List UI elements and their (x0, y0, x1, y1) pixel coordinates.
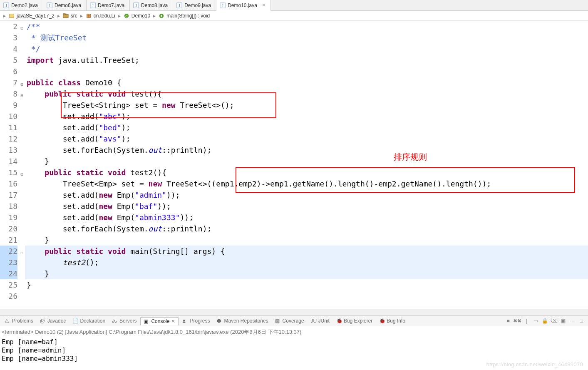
code-area[interactable]: /** * 测试TreeSet */import java.util.TreeS… (25, 21, 588, 309)
console-line: Emp [name=admin] (2, 346, 586, 355)
code-line[interactable]: public static void main(String[] args) { (25, 246, 588, 257)
code-line[interactable]: } (25, 156, 588, 167)
code-line[interactable]: set.forEach(System.out::println); (25, 223, 588, 234)
code-editor[interactable]: 2345678910111213141516171819202122232425… (0, 21, 588, 309)
tab-demo6[interactable]: JDemo6.java (43, 0, 87, 10)
open-console-icon[interactable]: ▣ (560, 318, 566, 324)
remove-all-icon[interactable]: ✖✖ (514, 318, 521, 324)
code-line[interactable] (25, 291, 588, 302)
display-icon[interactable]: ▭ (532, 318, 539, 324)
line-number: 2 (0, 21, 17, 32)
tab-demo9[interactable]: JDemo9.java (173, 0, 216, 10)
bug-explorer-icon: 🐞 (336, 318, 342, 324)
view-tab-servers[interactable]: 🖧Servers (109, 317, 139, 325)
view-tab-label: Progress (190, 318, 210, 324)
view-tab-junit[interactable]: JUJUnit (308, 317, 332, 325)
java-file-icon: J (176, 2, 182, 8)
code-line[interactable]: set.add("abc"); (25, 111, 588, 122)
code-line[interactable]: /** (25, 21, 588, 32)
tab-demo10[interactable]: JDemo10.java✕ (216, 0, 271, 11)
code-line[interactable]: set.add(new Emp("admin")); (25, 189, 588, 201)
view-tab-javadoc[interactable]: @Javadoc (37, 317, 69, 325)
svg-text:J: J (92, 3, 94, 7)
progress-icon: ⧗ (182, 318, 188, 324)
code-line[interactable]: set.add("bed"); (25, 122, 588, 133)
close-icon[interactable]: ✕ (262, 2, 265, 8)
line-number: 21 (0, 234, 17, 246)
code-line[interactable]: set.add(new Emp("abmin333")); (25, 212, 588, 223)
code-line[interactable]: public static void test2(){ (25, 167, 588, 178)
code-line[interactable]: set.forEach(System.out::println); (25, 144, 588, 156)
minimize-icon[interactable]: – (569, 318, 576, 324)
view-tab-declaration[interactable]: 📄Declaration (69, 317, 108, 325)
tab-label: Demo9.java (184, 2, 211, 8)
views-tabs: ⚠Problems@Javadoc📄Declaration🖧Servers▣Co… (0, 315, 588, 326)
svg-text:C: C (125, 14, 128, 18)
java-file-icon: J (90, 2, 96, 8)
code-line[interactable]: } (25, 279, 588, 291)
view-tab-console[interactable]: ▣Console ✕ (140, 317, 179, 325)
breadcrumb-label: Demo10 (131, 13, 150, 19)
view-tab-coverage[interactable]: ▤Coverage (272, 317, 307, 325)
breadcrumb-item[interactable]: src (62, 12, 79, 20)
svg-text:J: J (135, 3, 137, 7)
code-line[interactable]: public class Demo10 { (25, 77, 588, 88)
package-icon (86, 13, 92, 19)
line-number: 16 (0, 178, 17, 189)
breadcrumb-item[interactable]: main(String[]) : void (157, 12, 211, 20)
scroll-lock-icon[interactable]: 🔒 (541, 318, 548, 324)
view-tab-problems[interactable]: ⚠Problems (2, 317, 36, 325)
view-tab-label: Coverage (283, 318, 304, 324)
view-tab-label: Maven Repositories (224, 318, 268, 324)
tab-label: Demo8.java (141, 2, 168, 8)
code-line[interactable]: public static void test(){ (25, 88, 588, 99)
breadcrumb-label: src (71, 13, 77, 19)
code-line[interactable] (25, 66, 588, 77)
tab-label: Demo2.java (11, 2, 38, 8)
console-panel: <terminated> Demo10 (2) [Java Applicatio… (0, 326, 588, 364)
code-line[interactable]: test2(); (25, 257, 588, 268)
line-number: 26 (0, 291, 17, 302)
code-line[interactable]: } (25, 234, 588, 246)
svg-rect-14 (63, 13, 65, 15)
pin-icon[interactable]: | (523, 318, 530, 324)
view-tab-maven-repositories[interactable]: ⬢Maven Repositories (214, 317, 271, 325)
line-number: 4 (0, 43, 17, 55)
code-line[interactable]: * 测试TreeSet (25, 32, 588, 43)
code-line[interactable]: import java.util.TreeSet; (25, 55, 588, 66)
line-number: 20 (0, 223, 17, 234)
line-number: 14 (0, 156, 17, 167)
remove-launch-icon[interactable]: ■ (505, 318, 511, 324)
line-number: 19 (0, 212, 17, 223)
tab-demo7[interactable]: JDemo7.java (87, 0, 130, 10)
clear-icon[interactable]: ⌫ (551, 318, 557, 324)
code-line[interactable]: */ (25, 43, 588, 55)
java-file-icon: J (3, 2, 9, 8)
class-icon: C (124, 13, 129, 19)
view-tab-bug-explorer[interactable]: 🐞Bug Explorer (333, 317, 375, 325)
line-number: 6 (0, 66, 17, 77)
view-tab-progress[interactable]: ⧗Progress (179, 317, 213, 325)
coverage-icon: ▤ (275, 318, 281, 324)
code-line[interactable]: } (25, 268, 588, 279)
breadcrumb-item[interactable]: CDemo10 (122, 12, 151, 20)
close-icon[interactable]: ✕ (171, 318, 175, 324)
line-number: 8 (0, 88, 17, 99)
code-line[interactable]: TreeSet<Emp> set = new TreeSet<>((emp1,e… (25, 178, 588, 189)
line-number: 10 (0, 111, 17, 122)
breadcrumb-item[interactable]: javaSE_day17_2 (7, 12, 56, 20)
code-line[interactable]: set.add(new Emp("baf")); (25, 201, 588, 212)
problems-icon: ⚠ (5, 318, 10, 324)
code-line[interactable]: TreeSet<String> set = new TreeSet<>(); (25, 99, 588, 111)
breadcrumb-item[interactable]: cn.tedu.Li (84, 12, 117, 20)
java-file-icon: J (220, 2, 226, 8)
horizontal-scrollbar[interactable] (0, 309, 588, 315)
breadcrumb-sep: ▸ (152, 13, 156, 19)
declaration-icon: 📄 (72, 318, 78, 324)
tab-demo2[interactable]: JDemo2.java (0, 0, 43, 10)
code-line[interactable]: set.add("avs"); (25, 133, 588, 144)
view-tab-bug-info[interactable]: 🐞Bug Info (376, 317, 408, 325)
tab-demo8[interactable]: JDemo8.java (130, 0, 173, 10)
maximize-icon[interactable]: □ (578, 318, 585, 324)
breadcrumb-sep: ▸ (57, 13, 61, 19)
